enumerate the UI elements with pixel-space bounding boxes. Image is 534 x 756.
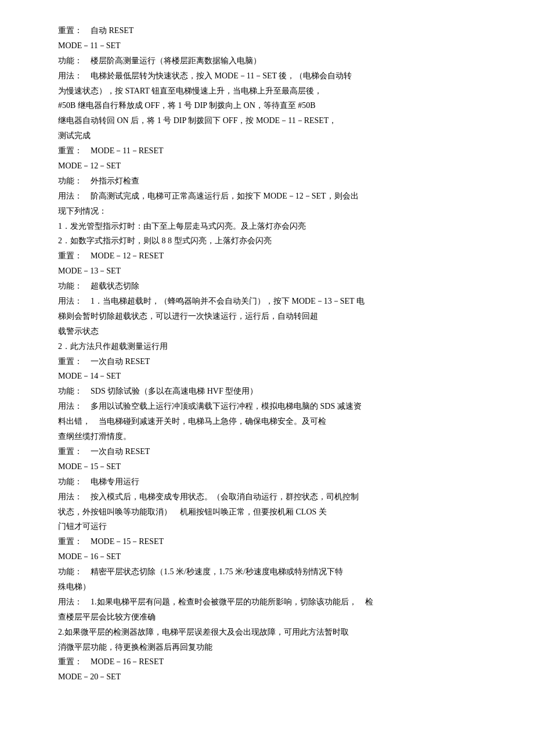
- line-32: 用法： 按入模式后，电梯变成专用状态。（会取消自动运行，群控状态，司机控制: [58, 489, 488, 505]
- line-8: 测试完成: [58, 128, 488, 143]
- line-36: MODE－16－SET: [58, 549, 488, 564]
- line-30: MODE－15－SET: [58, 459, 488, 474]
- line-3: 功能： 楼层阶高测量运行（将楼层距离数据输入电脑）: [58, 53, 488, 69]
- line-16: 重置： MODE－12－RESET: [58, 249, 488, 264]
- line-4: 用法： 电梯於最低层转为快速状态，按入 MODE－11－SET 後，（电梯会自动…: [58, 69, 488, 84]
- line-14: 1．发光管型指示灯时：由下至上每层走马式闪亮。及上落灯亦会闪亮: [58, 219, 488, 234]
- line-2: MODE－11－SET: [58, 38, 488, 53]
- line-25: 功能： SDS 切除试验（多以在高速电梯 HVF 型使用）: [58, 384, 488, 399]
- line-42: 消微平层功能，待更换检测器后再回复功能: [58, 640, 488, 655]
- line-9: 重置： MODE－11－RESET: [58, 143, 488, 159]
- line-15: 2．如数字式指示灯时，则以 8 8 型式闪亮，上落灯亦会闪亮: [58, 233, 488, 249]
- line-44: MODE－20－SET: [58, 669, 488, 685]
- line-12: 用法： 阶高测试完成，电梯可正常高速运行后，如按下 MODE－12－SET，则会…: [58, 189, 488, 204]
- line-6: #50B 继电器自行释放成 OFF，将 1 号 DIP 制拨向上 ON，等待直至…: [58, 98, 488, 113]
- line-23: 重置： 一次自动 RESET: [58, 354, 488, 369]
- line-5: 为慢速状态），按 START 钮直至电梯慢速上升，当电梯上升至最高层後，: [58, 84, 488, 99]
- line-7: 继电器自动转回 ON 后，将 1 号 DIP 制拨回下 OFF，按 MODE－1…: [58, 113, 488, 128]
- line-28: 查纲丝缆打滑情度。: [58, 429, 488, 444]
- line-43: 重置： MODE－16－RESET: [58, 654, 488, 669]
- line-18: 功能： 超载状态切除: [58, 279, 488, 294]
- line-13: 现下列情况：: [58, 204, 488, 219]
- main-content: 重置： 自动 RESET MODE－11－SET 功能： 楼层阶高测量运行（将楼…: [58, 23, 488, 685]
- line-29: 重置： 一次自动 RESET: [58, 444, 488, 459]
- line-35: 重置： MODE－15－RESET: [58, 534, 488, 549]
- line-33: 状态，外按钮叫唤等功能取消） 机厢按钮叫唤正常，但要按机厢 CLOS 关: [58, 505, 488, 520]
- line-27: 料出错， 当电梯碰到减速开关时，电梯马上急停，确保电梯安全。及可检: [58, 414, 488, 429]
- line-26: 用法： 多用以试验空载上运行冲顶或满载下运行冲程，模拟电梯电脑的 SDS 减速资: [58, 399, 488, 414]
- line-39: 用法： 1.如果电梯平层有问题，检查时会被微平层的功能所影响，切除该功能后， 检: [58, 595, 488, 610]
- line-21: 载警示状态: [58, 324, 488, 339]
- line-10: MODE－12－SET: [58, 159, 488, 174]
- line-34: 门钮才可运行: [58, 519, 488, 534]
- line-41: 2.如果微平层的检测器故障，电梯平层误差很大及会出现故障，可用此方法暂时取: [58, 625, 488, 640]
- line-38: 殊电梯）: [58, 579, 488, 595]
- line-1: 重置： 自动 RESET: [58, 23, 488, 38]
- line-17: MODE－13－SET: [58, 264, 488, 279]
- line-11: 功能： 外指示灯检查: [58, 174, 488, 189]
- line-37: 功能： 精密平层状态切除（1.5 米/秒速度，1.75 米/秒速度电梯或特别情况…: [58, 564, 488, 579]
- line-20: 梯则会暂时切除超载状态，可以进行一次快速运行，运行后，自动转回超: [58, 309, 488, 324]
- line-40: 查楼层平层会比较方便准确: [58, 610, 488, 625]
- line-24: MODE－14－SET: [58, 369, 488, 384]
- line-19: 用法： 1．当电梯超载时，（蜂鸣器响并不会自动关门），按下 MODE－13－SE…: [58, 294, 488, 309]
- line-31: 功能： 电梯专用运行: [58, 474, 488, 489]
- line-22: 2．此方法只作超载测量运行用: [58, 339, 488, 354]
